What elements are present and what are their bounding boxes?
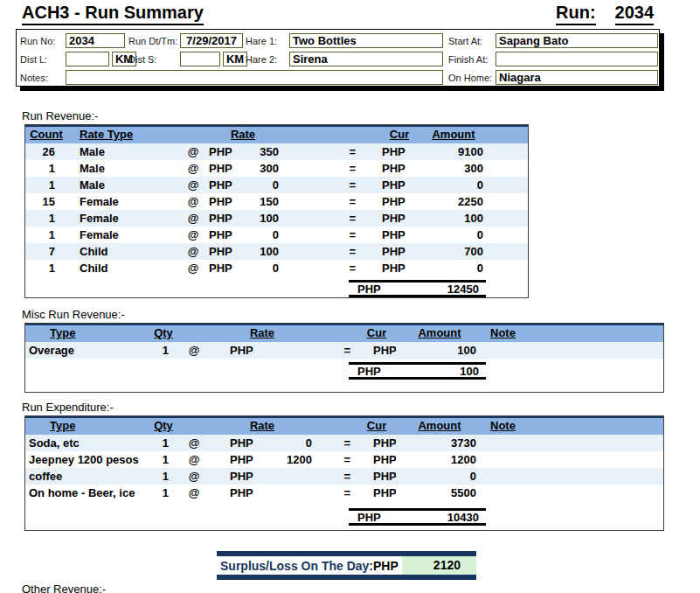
expenditure-row: On home - Beer, ice1@PHP=PHP5500 (25, 485, 663, 501)
col-header-cur: Cur (357, 418, 396, 435)
equals-sign: = (279, 243, 380, 260)
col-header-cur: Cur (380, 127, 419, 143)
on-home-label: On Home: (448, 73, 492, 83)
col-header-rate: Rate (209, 325, 315, 342)
run-number: 2034 (615, 3, 655, 25)
run-header: Run:2034 (556, 3, 654, 25)
run-dt-input[interactable]: 7/29/2017 (180, 33, 243, 48)
at-sign: @ (179, 143, 207, 160)
run-revenue-table: Count Rate Type Rate Cur Amount 26Male@P… (24, 124, 529, 298)
col-header-type: Type (25, 325, 148, 342)
revenue-row: 1Female@PHP0=PHP0 (25, 227, 528, 243)
col-header-type: Type (25, 418, 148, 435)
revenue-row: 1Male@PHP0=PHP0 (25, 177, 528, 193)
expenditure-total: PHP 10430 (349, 508, 486, 526)
misc-revenue-table: Type Qty Rate Cur Amount Note Overage1@P… (24, 323, 664, 393)
at-sign: @ (179, 160, 207, 177)
col-header-note: Note (483, 325, 663, 342)
dist-s-input[interactable] (180, 52, 220, 66)
equals-sign: = (315, 435, 357, 451)
revenue-row: 1Male@PHP300=PHP300 (25, 160, 528, 177)
col-header-cur: Cur (357, 325, 396, 342)
run-revenue-total: PHP 12450 (349, 280, 486, 297)
misc-revenue-row: Overage1@PHP=PHP100 (25, 342, 663, 359)
expenditure-row: coffee1@PHP=PHP0 (25, 468, 663, 485)
surplus-band: Surplus/Loss On The Day: PHP 2120 (217, 551, 476, 580)
run-revenue-header-row: Count Rate Type Rate Cur Amount (25, 125, 528, 143)
expenditure-row: Jeepney 1200 pesos1@PHP1200=PHP1200 (25, 451, 663, 468)
at-sign: @ (179, 177, 207, 193)
revenue-row: 26Male@PHP350=PHP9100 (25, 143, 528, 160)
dist-s-label: Dist S: (128, 54, 156, 65)
surplus-currency: PHP (373, 559, 402, 573)
dist-l-input[interactable] (66, 52, 109, 66)
col-header-qty: Qty (148, 418, 179, 435)
equals-sign: = (279, 260, 380, 276)
col-header-note: Note (483, 418, 663, 435)
dist-l-label: Dist L: (20, 54, 47, 65)
at-sign: @ (179, 485, 209, 501)
equals-sign: = (315, 342, 357, 359)
at-sign: @ (179, 193, 207, 210)
equals-sign: = (315, 468, 357, 485)
equals-sign: = (315, 485, 357, 501)
equals-sign: = (279, 160, 380, 177)
equals-sign: = (279, 227, 380, 243)
expenditure-table: Type Qty Rate Cur Amount Note Soda, etc1… (24, 415, 664, 531)
run-dt-label: Run Dt/Tm: (128, 36, 177, 46)
on-home-input[interactable]: Niagara (496, 70, 658, 85)
finish-at-label: Finish At: (448, 54, 488, 65)
col-header-amount: Amount (396, 418, 483, 435)
at-sign: @ (179, 260, 207, 276)
col-header-qty: Qty (148, 325, 179, 342)
dist-s-unit: KM (223, 52, 247, 66)
expenditure-section-label: Run Expenditure:- (22, 401, 114, 414)
hare1-input[interactable]: Two Bottles (289, 33, 443, 48)
at-sign: @ (179, 243, 207, 260)
run-no-input[interactable]: 2034 (66, 33, 125, 48)
start-at-input[interactable]: Sapang Bato (496, 33, 658, 48)
revenue-row: 7Child@PHP100=PHP700 (25, 243, 528, 260)
finish-at-input[interactable] (496, 52, 658, 66)
revenue-row: 15Female@PHP150=PHP2250 (25, 193, 528, 210)
equals-sign: = (315, 451, 357, 468)
run-info-form: Run No: 2034 Run Dt/Tm: 7/29/2017 Hare 1… (16, 29, 660, 87)
expenditure-header-row: Type Qty Rate Cur Amount Note (25, 416, 663, 435)
equals-sign: = (279, 210, 380, 227)
col-header-amount: Amount (396, 325, 483, 342)
at-sign: @ (179, 342, 209, 359)
notes-label: Notes: (20, 73, 48, 83)
equals-sign: = (279, 143, 380, 160)
surplus-bottom-bar (217, 575, 476, 580)
col-header-rate: Rate (207, 127, 279, 143)
run-revenue-section-label: Run Revenue:- (22, 109, 98, 122)
surplus-amount: 2120 (402, 556, 476, 575)
at-sign: @ (179, 468, 209, 485)
equals-sign: = (279, 177, 380, 193)
misc-revenue-section-label: Misc Run Revenue:- (22, 308, 125, 321)
at-sign: @ (179, 227, 207, 243)
col-header-rate-type: Rate Type (67, 127, 179, 143)
equals-sign: = (279, 193, 380, 210)
hare1-label: Hare 1: (246, 36, 277, 46)
run-no-label: Run No: (20, 36, 55, 46)
run-summary-page: ACH3 - Run Summary Run:2034 Run No: 2034… (0, 0, 700, 593)
expenditure-row: Soda, etc1@PHP0=PHP3730 (25, 435, 663, 451)
misc-revenue-total: PHP 100 (349, 362, 486, 380)
page-title: ACH3 - Run Summary (22, 3, 204, 25)
revenue-row: 1Female@PHP100=PHP100 (25, 210, 528, 227)
revenue-row: 1Child@PHP0=PHP0 (25, 260, 528, 276)
col-header-rate: Rate (209, 418, 315, 435)
notes-input[interactable] (66, 70, 443, 85)
col-header-count: Count (25, 127, 67, 143)
run-label: Run: (556, 3, 596, 25)
at-sign: @ (179, 210, 207, 227)
at-sign: @ (179, 451, 209, 468)
start-at-label: Start At: (448, 36, 482, 46)
surplus-label: Surplus/Loss On The Day: (217, 559, 373, 573)
other-revenue-section-label: Other Revenue:- (22, 583, 106, 593)
at-sign: @ (179, 435, 209, 451)
hare2-input[interactable]: Sirena (289, 52, 443, 66)
hare2-label: Hare 2: (246, 54, 277, 65)
col-header-amount: Amount (419, 127, 529, 143)
